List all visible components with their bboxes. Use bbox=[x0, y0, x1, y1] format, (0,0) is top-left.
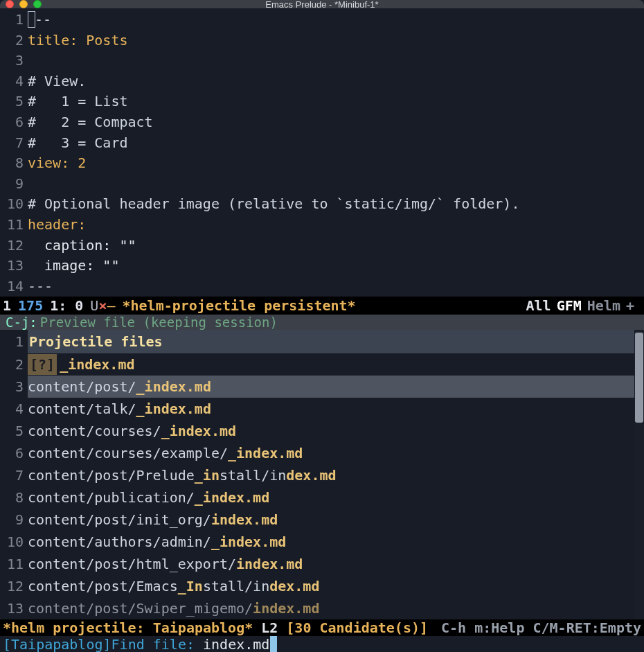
helm-candidate-text[interactable]: content/post/Swiper_migemo/index.md bbox=[28, 597, 644, 619]
scrollbar-track[interactable] bbox=[634, 330, 644, 619]
helm-candidate-text[interactable]: content/post/init_org/index.md bbox=[28, 509, 644, 531]
helm-candidate-text[interactable]: content/post/html_export/index.md bbox=[28, 553, 644, 575]
helm-candidate[interactable]: 12content/post/Emacs_Install/index.md bbox=[0, 575, 644, 597]
line-number: 8 bbox=[0, 487, 28, 508]
line-content[interactable]: -- bbox=[28, 10, 51, 30]
ml2-line: L2 bbox=[261, 619, 278, 636]
line-number: 13 bbox=[0, 256, 28, 276]
helm-candidate[interactable]: 6content/courses/example/_index.md bbox=[0, 442, 644, 464]
helm-candidate[interactable]: 13content/post/Swiper_migemo/index.md bbox=[0, 597, 644, 619]
editor-line[interactable]: 12 caption: "" bbox=[0, 236, 644, 256]
line-content[interactable]: title: Posts bbox=[28, 30, 128, 51]
line-number: 9 bbox=[0, 509, 28, 530]
line-content[interactable]: view: 2 bbox=[28, 153, 86, 174]
line-content[interactable]: # 3 = Card bbox=[28, 133, 128, 154]
helm-header-desc: Preview file (keeping session) bbox=[40, 315, 278, 330]
helm-candidate-text[interactable]: content/talk/_index.md bbox=[28, 398, 644, 420]
helm-candidate[interactable]: 3content/post/_index.md bbox=[0, 376, 644, 398]
line-number: 5 bbox=[0, 421, 28, 441]
line-number: 10 bbox=[0, 194, 28, 215]
editor-pane[interactable]: 1--2title: Posts34# View.5# 1 = List6# 2… bbox=[0, 8, 644, 315]
editor-line[interactable]: 4# View. bbox=[0, 71, 644, 92]
editor-line[interactable]: 8view: 2 bbox=[0, 153, 644, 174]
helm-body[interactable]: 1Projectile files2[?]_index.md3content/p… bbox=[0, 330, 644, 619]
ml2-candidates: [30 Candidate(s)] bbox=[286, 619, 428, 636]
editor-line[interactable]: 2title: Posts bbox=[0, 30, 644, 51]
ml-col: 1: 0 bbox=[50, 297, 83, 314]
helm-candidate-text[interactable]: content/post/Emacs_Install/index.md bbox=[28, 575, 644, 597]
ml-modified: × bbox=[98, 297, 107, 314]
helm-candidate-text[interactable]: content/courses/example/_index.md bbox=[28, 442, 644, 464]
editor-line[interactable]: 10# Optional header image (relative to `… bbox=[0, 194, 644, 215]
helm-candidate-text[interactable]: content/publication/_index.md bbox=[28, 486, 644, 509]
line-content[interactable]: image: "" bbox=[28, 256, 119, 276]
editor-line[interactable]: 11header: bbox=[0, 215, 644, 236]
helm-candidate[interactable]: 11content/post/html_export/index.md bbox=[0, 553, 644, 575]
editor-body[interactable]: 1--2title: Posts34# View.5# 1 = List6# 2… bbox=[0, 8, 644, 297]
line-content[interactable]: # Optional header image (relative to `st… bbox=[28, 194, 519, 215]
helm-candidate-text[interactable]: content/authors/admin/_index.md bbox=[28, 531, 644, 553]
line-content[interactable]: caption: "" bbox=[28, 236, 136, 256]
line-number: 6 bbox=[0, 443, 28, 464]
line-number: 4 bbox=[0, 398, 28, 419]
helm-candidate-text[interactable]: content/post/_index.md bbox=[28, 376, 644, 398]
helm-header-key: C-j: bbox=[6, 315, 37, 330]
line-number: 3 bbox=[0, 51, 28, 71]
helm-candidate-text[interactable]: [?]_index.md bbox=[28, 353, 644, 376]
helm-candidate-text[interactable]: content/post/Prelude_install/index.md bbox=[28, 464, 644, 486]
minibuffer[interactable]: [Taipapablog] Find file: _index.md bbox=[0, 636, 644, 652]
editor-line[interactable]: 1-- bbox=[0, 10, 644, 30]
line-number: 11 bbox=[0, 215, 28, 236]
editor-line[interactable]: 7# 3 = Card bbox=[0, 133, 644, 154]
line-number: 1 bbox=[0, 10, 28, 30]
ml-dash: – bbox=[107, 297, 115, 314]
helm-candidate[interactable]: 5content/courses/_index.md bbox=[0, 420, 644, 442]
window-controls bbox=[6, 0, 42, 8]
modeline-helm: *helm projectile: Taipapablog* L2 [30 Ca… bbox=[0, 619, 644, 636]
line-number: 7 bbox=[0, 465, 28, 486]
helm-candidate[interactable]: 4content/talk/_index.md bbox=[0, 398, 644, 420]
helm-badge: [?] bbox=[28, 354, 57, 375]
line-number: 10 bbox=[0, 531, 28, 552]
helm-candidate-text[interactable]: content/courses/_index.md bbox=[28, 420, 644, 442]
line-content[interactable]: # 2 = Compact bbox=[28, 112, 153, 133]
helm-source-title: Projectile files bbox=[28, 330, 644, 353]
editor-line[interactable]: 13 image: "" bbox=[0, 256, 644, 276]
editor-line[interactable]: 3 bbox=[0, 51, 644, 71]
editor-line[interactable]: 14--- bbox=[0, 276, 644, 297]
editor-line[interactable]: 5# 1 = List bbox=[0, 91, 644, 112]
cursor-icon bbox=[270, 636, 277, 652]
line-number: 14 bbox=[0, 276, 28, 297]
ml2-name: *helm projectile: Taipapablog* bbox=[3, 619, 253, 636]
modeline-top: 1 175 1: 0 U×– *helm-projectile persiste… bbox=[0, 297, 644, 315]
helm-candidate[interactable]: 9content/post/init_org/index.md bbox=[0, 509, 644, 531]
line-number: 3 bbox=[0, 376, 28, 397]
window-title: Emacs Prelude - *Minibuf-1* bbox=[0, 0, 644, 10]
minimize-icon[interactable] bbox=[19, 0, 28, 8]
editor-line[interactable]: 9 bbox=[0, 174, 644, 195]
helm-candidate[interactable]: 7content/post/Prelude_install/index.md bbox=[0, 464, 644, 486]
line-content[interactable]: # 1 = List bbox=[28, 91, 128, 112]
line-number: 6 bbox=[0, 112, 28, 133]
editor-line[interactable]: 6# 2 = Compact bbox=[0, 112, 644, 133]
close-icon[interactable] bbox=[6, 0, 14, 8]
ml-buffer-name: *helm-projectile persistent* bbox=[122, 297, 355, 314]
line-number: 9 bbox=[0, 174, 28, 195]
helm-candidate[interactable]: 8content/publication/_index.md bbox=[0, 486, 644, 509]
line-number: 5 bbox=[0, 91, 28, 112]
helm-candidate[interactable]: 10content/authors/admin/_index.md bbox=[0, 531, 644, 553]
minibuffer-input[interactable]: _index.md bbox=[195, 636, 269, 652]
line-content[interactable]: # View. bbox=[28, 71, 86, 92]
zoom-icon[interactable] bbox=[33, 0, 42, 8]
helm-candidate[interactable]: 2[?]_index.md bbox=[0, 353, 644, 376]
line-number: 2 bbox=[0, 354, 28, 375]
line-content[interactable]: --- bbox=[28, 276, 53, 297]
ml-position: All bbox=[526, 297, 551, 314]
ml-major-mode: GFM bbox=[557, 297, 582, 314]
line-number: 2 bbox=[0, 30, 28, 51]
line-content[interactable]: header: bbox=[28, 215, 86, 236]
scrollbar-thumb[interactable] bbox=[635, 333, 643, 423]
helm-header: C-j: Preview file (keeping session) bbox=[0, 315, 644, 330]
ml-minor-mode: Helm bbox=[587, 297, 620, 314]
helm-pane[interactable]: 1Projectile files2[?]_index.md3content/p… bbox=[0, 330, 644, 619]
